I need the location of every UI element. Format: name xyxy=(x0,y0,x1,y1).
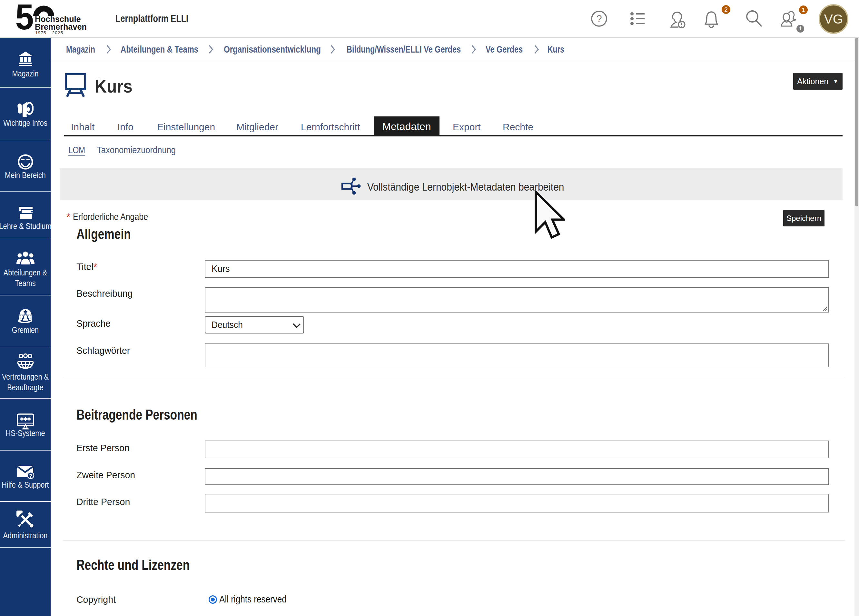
svg-text:5: 5 xyxy=(16,2,34,37)
svg-text:?: ? xyxy=(596,13,602,25)
svg-text:1975 – 2025: 1975 – 2025 xyxy=(35,30,63,35)
svg-text:?: ? xyxy=(29,473,32,479)
svg-text:Bremerhaven: Bremerhaven xyxy=(35,22,87,31)
